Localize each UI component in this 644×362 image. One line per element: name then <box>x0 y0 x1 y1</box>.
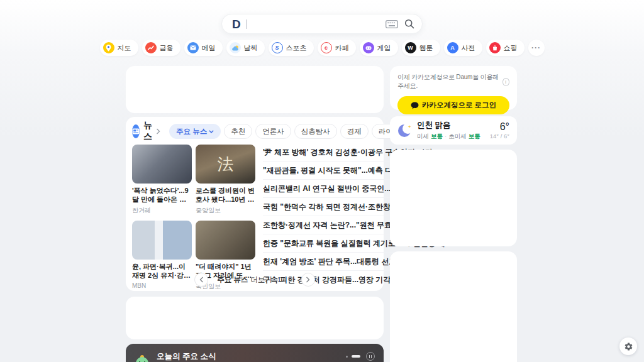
shortcut-weather[interactable]: 날씨 <box>226 40 265 56</box>
dictionary-icon: A <box>447 42 458 53</box>
shortcut-dictionary[interactable]: A 사전 <box>444 40 482 56</box>
shortcut-label: 지도 <box>118 43 131 53</box>
ad-placeholder-middle <box>126 297 384 339</box>
tab-label: 추천 <box>231 127 245 136</box>
kakao-bubble-icon <box>411 102 419 109</box>
news-thumbnail: 法 <box>196 145 255 184</box>
shortcut-cafe[interactable]: c 카페 <box>318 40 356 56</box>
shortcut-webtoon[interactable]: W 웹툰 <box>402 40 440 56</box>
cafe-icon: c <box>321 42 332 53</box>
login-message: 이제 카카오계정으로 Daum을 이용해주세요. <box>397 73 502 90</box>
weather-cloud-icon <box>230 42 241 53</box>
jordy-character <box>135 355 150 362</box>
mail-envelope-icon <box>187 42 199 53</box>
weather-widget[interactable]: ✦ 인천 맑음 미세 보통 · 초미세 보통 6° 14° / 6° <box>390 116 517 145</box>
news-thumbnail <box>132 221 192 260</box>
pagination-label-bold: 주요 뉴스 <box>217 275 248 285</box>
shortcut-label: 카페 <box>335 43 349 53</box>
news-panel: 뉴스 주요 뉴스 추천 언론사 심층탐사 경제 라이브 '폭삭 늙었수다 <box>126 117 384 291</box>
current-temperature: 6° <box>490 121 509 133</box>
briefing-title: 오늘의 주요 소식 <box>157 351 216 362</box>
news-tile-title: '폭삭 늙었수다'...9달 만에 돌아온 우주인 백발에 주름 <box>132 187 192 204</box>
next-page-button[interactable] <box>301 273 315 287</box>
tab-press[interactable]: 언론사 <box>255 124 291 139</box>
ad-placeholder-top <box>126 66 384 113</box>
shortcut-finance[interactable]: 금융 <box>142 40 180 56</box>
info-icon[interactable]: i <box>502 78 509 86</box>
tab-label: 경제 <box>347 127 362 136</box>
news-tile-source: 중앙일보 <box>196 206 255 215</box>
shopping-bag-icon <box>489 42 501 53</box>
settings-button[interactable] <box>619 337 637 355</box>
ad-placeholder-right-1 <box>390 150 517 246</box>
shortcut-label: 금융 <box>160 43 174 53</box>
shortcut-shopping[interactable]: 쇼핑 <box>486 40 525 56</box>
tab-recommend[interactable]: 추천 <box>224 124 252 139</box>
fine-dust-value: 보통 <box>431 133 443 141</box>
tab-label: 심층탐사 <box>301 127 330 136</box>
fine-dust-label: 미세 <box>417 133 429 141</box>
ultrafine-dust-value: 보통 <box>469 133 480 141</box>
moon-icon: ✦ <box>397 124 411 138</box>
shortcut-mail[interactable]: 메일 <box>184 40 223 56</box>
chevron-right-icon <box>156 126 160 137</box>
gear-icon <box>624 342 633 351</box>
tab-investigation[interactable]: 심층탐사 <box>294 124 337 139</box>
page-total: 3 <box>288 276 292 283</box>
news-tile-source: 한겨레 <box>132 206 192 215</box>
thumbnail-glyph: 法 <box>218 153 234 175</box>
news-tile-grid: '폭삭 늙었수다'...9달 만에 돌아온 우주인 백발에 주름 한겨레 法 로… <box>132 145 255 291</box>
carousel-dot[interactable] <box>346 356 348 358</box>
news-thumbnail <box>132 145 192 184</box>
tab-label: 언론사 <box>262 127 284 136</box>
sports-icon: S <box>272 42 283 53</box>
keyboard-icon[interactable] <box>386 20 398 28</box>
tab-economy[interactable]: 경제 <box>340 124 369 139</box>
search-icon[interactable] <box>404 19 414 29</box>
today-briefing-banner[interactable]: 오늘의 주요 소식 <box>126 344 384 362</box>
pagination-more-label[interactable]: 더보기 <box>250 275 272 285</box>
news-thumbnail <box>196 221 255 260</box>
shortcut-map[interactable]: 지도 <box>100 40 138 56</box>
kakao-login-label: 카카오계정으로 로그인 <box>422 101 496 110</box>
more-dots-icon: ··· <box>531 43 541 52</box>
map-pin-icon <box>103 42 114 53</box>
page-separator: / <box>284 276 286 283</box>
news-tile-title: 로스쿨 경비원이 변호사 됐다...10년 끈기가 만든 '인... <box>196 187 255 204</box>
game-controller-icon <box>363 42 374 53</box>
search-bar[interactable]: D <box>221 14 423 34</box>
finance-chart-icon <box>145 42 157 53</box>
tab-major-news[interactable]: 주요 뉴스 <box>169 124 221 139</box>
shortcut-sports[interactable]: S 스포츠 <box>269 40 314 56</box>
login-panel: 이제 카카오계정으로 Daum을 이용해주세요. i 카카오계정으로 로그인 <box>390 66 517 110</box>
shortcut-label: 스포츠 <box>286 43 307 53</box>
shortcut-label: 쇼핑 <box>504 43 518 53</box>
news-tile[interactable]: 法 로스쿨 경비원이 변호사 됐다...10년 끈기가 만든 '인... 중앙일… <box>196 145 255 215</box>
shortcut-label: 사전 <box>462 43 475 53</box>
news-section-title[interactable]: 뉴스 <box>143 120 152 143</box>
shortcut-game[interactable]: 게임 <box>360 40 398 56</box>
high-low-temperature: 14° / 6° <box>490 133 509 140</box>
news-pagination: 주요 뉴스 더보기 1 / 3 <box>126 273 384 287</box>
news-tile[interactable]: '폭삭 늙었수다'...9달 만에 돌아온 우주인 백발에 주름 한겨레 <box>132 145 192 215</box>
search-input[interactable] <box>247 14 386 33</box>
daum-homepage: D 지도 금융 메일 <box>0 0 644 362</box>
pause-button[interactable] <box>366 352 375 361</box>
service-shortcuts: 지도 금융 메일 날씨 S 스포츠 c 카페 <box>0 40 644 56</box>
ultrafine-dust-label: 초미세 <box>448 133 467 141</box>
prev-page-button[interactable] <box>194 273 208 287</box>
kakao-login-button[interactable]: 카카오계정으로 로그인 <box>397 96 509 114</box>
ad-placeholder-right-2 <box>390 251 517 362</box>
page-current: 1 <box>277 276 281 283</box>
tab-label: 주요 뉴스 <box>176 127 207 136</box>
shortcut-label: 메일 <box>202 43 216 53</box>
dust-separator: · <box>445 133 447 141</box>
shortcut-label: 게임 <box>377 43 391 53</box>
news-icon <box>132 124 140 138</box>
chevron-down-icon <box>209 130 214 133</box>
daum-logo: D <box>232 18 240 30</box>
carousel-active-indicator[interactable] <box>352 355 360 358</box>
shortcuts-more-button[interactable]: ··· <box>528 40 545 56</box>
shortcut-label: 웹툰 <box>419 43 433 53</box>
webtoon-icon: W <box>405 42 416 53</box>
